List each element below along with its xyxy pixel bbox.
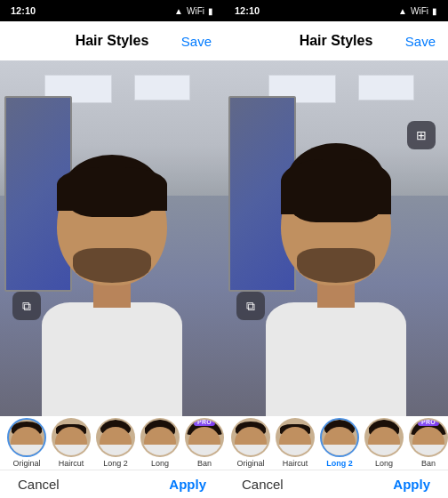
photo-switch-btn-right[interactable]: ⊞ <box>407 121 436 149</box>
status-icons-right: ▲ WiFi ▮ <box>398 6 437 16</box>
top-bar-left: Hair Styles Save <box>0 21 224 60</box>
style-thumb-long-left <box>140 418 180 457</box>
style-item-long2-right[interactable]: Long 2 <box>320 418 359 468</box>
hair-left <box>62 155 163 217</box>
style-thumb-long2-right <box>320 418 359 457</box>
top-bar-right: Hair Styles Save <box>224 21 448 60</box>
status-bar-right: 12:10 ▲ WiFi ▮ <box>224 0 448 21</box>
pro-badge-ban-left: PRO <box>194 418 215 426</box>
save-button-left[interactable]: Save <box>181 34 212 49</box>
wifi-icon-right: WiFi <box>411 6 428 16</box>
thumb-shirt-original-right <box>233 445 268 455</box>
camera-view-right: ⧉ ⊞ <box>224 60 448 416</box>
status-bar-left: 12:10 ▲ WiFi ▮ <box>0 0 224 21</box>
signal-icon-right: ▲ <box>398 6 407 16</box>
right-panel: 12:10 ▲ WiFi ▮ Hair Styles Save <box>224 0 448 498</box>
save-button-right[interactable]: Save <box>405 34 436 49</box>
thumb-shirt-original-left <box>9 445 44 455</box>
thumb-shirt-long-left <box>142 445 178 455</box>
action-row-left: Cancel Apply <box>0 470 224 498</box>
shirt-right <box>266 302 407 416</box>
copy-icon-left: ⧉ <box>22 299 31 314</box>
left-panel: 12:10 ▲ WiFi ▮ Hair Styles Save <box>0 0 224 498</box>
style-item-original-right[interactable]: Original <box>231 418 270 468</box>
signal-icon-left: ▲ <box>174 6 183 16</box>
style-thumb-ban-right: PRO <box>409 418 448 457</box>
hair-styles-strip-left: Original Haircut Long 2 <box>0 416 224 470</box>
beard-right <box>297 248 375 282</box>
title-left: Hair Styles <box>76 33 149 49</box>
thumb-shirt-haircut-left <box>53 445 89 455</box>
style-item-original-left[interactable]: Original <box>7 418 46 468</box>
style-label-original-right: Original <box>236 459 264 468</box>
pro-badge-ban-right: PRO <box>418 418 439 426</box>
style-thumb-original-left <box>7 418 46 457</box>
cancel-button-right[interactable]: Cancel <box>242 477 284 492</box>
style-label-long-right: Long <box>375 459 393 468</box>
person-right <box>258 132 414 416</box>
wifi-icon-left: WiFi <box>187 6 204 16</box>
apply-button-right[interactable]: Apply <box>393 477 430 492</box>
shirt-left <box>42 302 183 416</box>
camera-view-left: ⧉ <box>0 60 224 416</box>
beard-left <box>73 248 151 282</box>
style-item-long2-left[interactable]: Long 2 <box>96 418 135 468</box>
copy-overlay-btn-right[interactable]: ⧉ <box>236 292 265 320</box>
style-item-ban-right[interactable]: PRO Ban <box>409 418 448 468</box>
battery-icon-left: ▮ <box>208 6 213 16</box>
thumb-shirt-haircut-right <box>277 445 313 455</box>
style-label-long2-right: Long 2 <box>326 459 353 468</box>
style-item-haircut-right[interactable]: Haircut <box>276 418 315 468</box>
bottom-bar-left: Original Haircut Long 2 <box>0 416 224 498</box>
style-label-long2-left: Long 2 <box>103 459 128 468</box>
status-time-right: 12:10 <box>235 5 260 16</box>
style-label-haircut-left: Haircut <box>59 459 84 468</box>
hair-right <box>286 143 387 223</box>
battery-icon-right: ▮ <box>432 6 437 16</box>
style-item-ban-left[interactable]: PRO Ban <box>185 418 224 468</box>
apply-button-left[interactable]: Apply <box>169 477 206 492</box>
copy-overlay-btn-left[interactable]: ⧉ <box>12 292 41 320</box>
style-item-long-left[interactable]: Long <box>140 418 180 468</box>
thumb-shirt-long2-left <box>98 445 133 455</box>
style-thumb-haircut-left <box>52 418 91 457</box>
title-right: Hair Styles <box>300 33 373 49</box>
thumb-shirt-long-right <box>366 445 402 455</box>
style-item-long-right[interactable]: Long <box>364 418 404 468</box>
person-left <box>34 132 190 416</box>
style-item-haircut-left[interactable]: Haircut <box>52 418 91 468</box>
action-row-right: Cancel Apply <box>224 470 448 498</box>
thumb-shirt-ban-left <box>187 445 222 455</box>
thumb-shirt-ban-right <box>411 445 446 455</box>
hair-styles-strip-right: Original Haircut Long 2 <box>224 416 448 470</box>
style-label-haircut-right: Haircut <box>283 459 308 468</box>
status-time-left: 12:10 <box>11 5 36 16</box>
style-label-ban-right: Ban <box>421 459 436 468</box>
status-icons-left: ▲ WiFi ▮ <box>174 6 213 16</box>
thumb-shirt-long2-right <box>322 445 357 455</box>
style-label-long-left: Long <box>151 459 169 468</box>
style-label-ban-left: Ban <box>197 459 212 468</box>
style-thumb-haircut-right <box>276 418 315 457</box>
cancel-button-left[interactable]: Cancel <box>18 477 60 492</box>
bottom-bar-right: Original Haircut Long 2 <box>224 416 448 498</box>
style-thumb-long2-left <box>96 418 135 457</box>
style-label-original-left: Original <box>12 459 40 468</box>
style-thumb-long-right <box>364 418 404 457</box>
photo-icon-right: ⊞ <box>416 128 427 142</box>
style-thumb-original-right <box>231 418 270 457</box>
style-thumb-ban-left: PRO <box>185 418 224 457</box>
copy-icon-right: ⧉ <box>246 299 255 314</box>
